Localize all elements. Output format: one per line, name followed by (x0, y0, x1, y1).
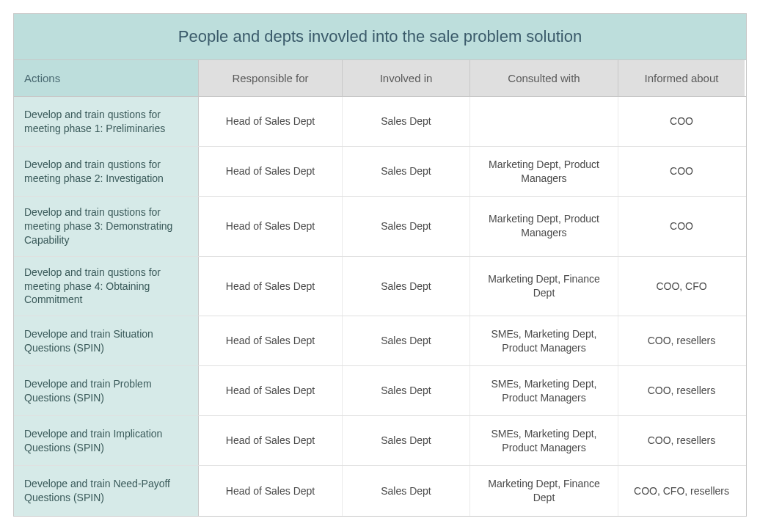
cell-responsible: Head of Sales Dept (199, 97, 343, 146)
cell-consulted: Marketing Dept, Product Managers (470, 147, 618, 196)
cell-consulted (470, 97, 618, 146)
cell-informed: COO, resellers (618, 316, 745, 365)
cell-involved: Sales Dept (343, 197, 470, 256)
table-row: Develop and train qustions for meeting p… (14, 147, 746, 197)
cell-action: Develope and train Need-Payoff Questions… (14, 466, 199, 516)
cell-action: Develop and train qustions for meeting p… (14, 197, 199, 256)
cell-involved: Sales Dept (343, 316, 470, 365)
cell-responsible: Head of Sales Dept (199, 366, 343, 415)
cell-consulted: SMEs, Marketing Dept, Product Managers (470, 366, 618, 415)
cell-involved: Sales Dept (343, 416, 470, 465)
cell-responsible: Head of Sales Dept (199, 147, 343, 196)
header-informed: Informed about (618, 60, 745, 96)
cell-informed: COO, resellers (618, 416, 745, 465)
cell-informed: COO, resellers (618, 366, 745, 415)
cell-action: Develop and train qustions for meeting p… (14, 147, 199, 196)
table-row: Develop and train qustions for meeting p… (14, 257, 746, 317)
cell-action: Develop and train qustions for meeting p… (14, 97, 199, 146)
cell-involved: Sales Dept (343, 257, 470, 316)
cell-consulted: Marketing Dept, Product Managers (470, 197, 618, 256)
header-responsible: Responsible for (199, 60, 343, 96)
table-header-row: Actions Responsible for Involved in Cons… (14, 60, 746, 97)
cell-action: Develope and train Situation Questions (… (14, 316, 199, 365)
cell-informed: COO (618, 147, 745, 196)
cell-informed: COO (618, 197, 745, 256)
header-involved: Involved in (343, 60, 470, 96)
table-row: Develope and train Implication Questions… (14, 416, 746, 466)
cell-responsible: Head of Sales Dept (199, 257, 343, 316)
cell-consulted: SMEs, Marketing Dept, Product Managers (470, 416, 618, 465)
cell-consulted: Marketing Dept, Finance Dept (470, 257, 618, 316)
cell-responsible: Head of Sales Dept (199, 466, 343, 516)
cell-informed: COO, CFO, resellers (618, 466, 745, 516)
table-row: Develope and train Need-Payoff Questions… (14, 466, 746, 516)
cell-action: Develope and train Implication Questions… (14, 416, 199, 465)
cell-consulted: Marketing Dept, Finance Dept (470, 466, 618, 516)
cell-consulted: SMEs, Marketing Dept, Product Managers (470, 316, 618, 365)
table-row: Develope and train Problem Questions (SP… (14, 366, 746, 416)
cell-involved: Sales Dept (343, 147, 470, 196)
cell-action: Develop and train qustions for meeting p… (14, 257, 199, 316)
cell-involved: Sales Dept (343, 97, 470, 146)
header-actions: Actions (14, 60, 199, 96)
table-row: Develop and train qustions for meeting p… (14, 197, 746, 257)
cell-involved: Sales Dept (343, 466, 470, 516)
table-row: Develop and train qustions for meeting p… (14, 97, 746, 147)
cell-informed: COO (618, 97, 745, 146)
table-title: People and depts invovled into the sale … (14, 14, 746, 60)
cell-involved: Sales Dept (343, 366, 470, 415)
cell-action: Develope and train Problem Questions (SP… (14, 366, 199, 415)
cell-responsible: Head of Sales Dept (199, 197, 343, 256)
raci-table: People and depts invovled into the sale … (13, 13, 747, 517)
cell-responsible: Head of Sales Dept (199, 416, 343, 465)
table-row: Develope and train Situation Questions (… (14, 316, 746, 366)
header-consulted: Consulted with (470, 60, 618, 96)
cell-informed: COO, CFO (618, 257, 745, 316)
cell-responsible: Head of Sales Dept (199, 316, 343, 365)
